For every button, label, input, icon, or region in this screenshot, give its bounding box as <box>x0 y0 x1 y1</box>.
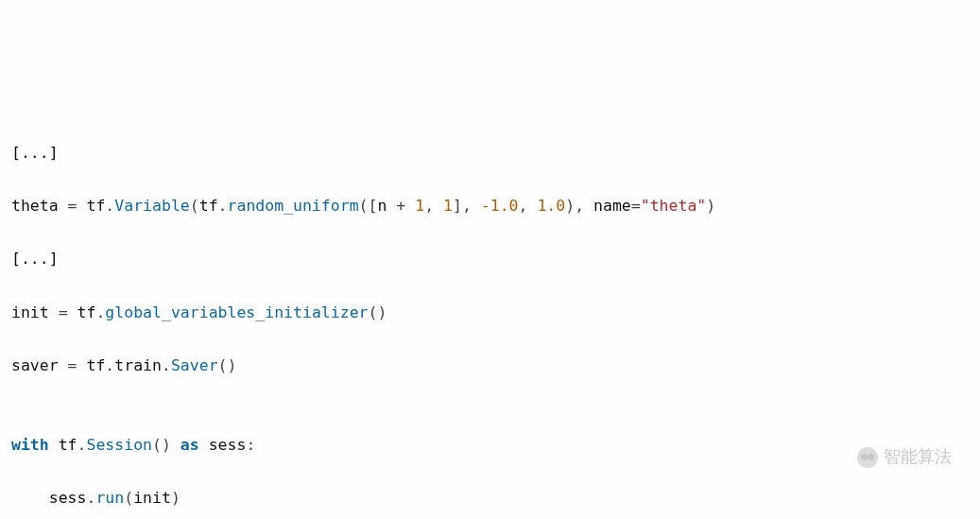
ellipsis: [...] <box>11 250 59 268</box>
code-line: [...] <box>11 140 969 166</box>
code-line: [...] <box>11 246 969 272</box>
code-line: theta = tf.Variable(tf.random_uniform([n… <box>11 193 969 219</box>
ellipsis: [...] <box>11 144 59 162</box>
code-line: with tf.Session() as sess: <box>11 432 969 458</box>
watermark: 智能算法 <box>857 442 952 472</box>
wechat-icon <box>857 447 878 468</box>
code-block: [...] theta = tf.Variable(tf.random_unif… <box>11 113 969 519</box>
code-line: sess.run(init) <box>11 485 969 511</box>
code-line: init = tf.global_variables_initializer() <box>11 300 969 326</box>
watermark-text: 智能算法 <box>884 442 952 472</box>
code-line: saver = tf.train.Saver() <box>11 353 969 379</box>
